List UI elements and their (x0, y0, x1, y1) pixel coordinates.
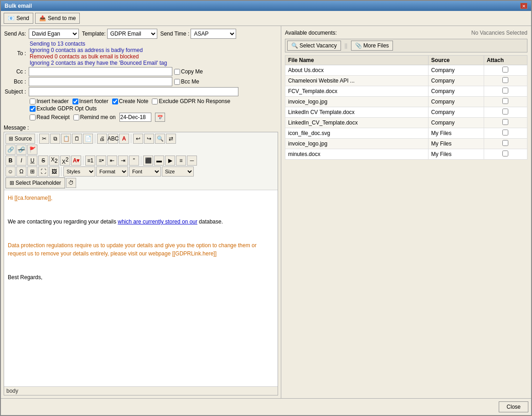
clock-button[interactable]: ⏱ (66, 178, 76, 188)
justify-button[interactable]: ≡ (176, 156, 186, 166)
underline-button[interactable]: U (27, 156, 37, 166)
main-toolbar: 📧 Send 📤 Send to me (1, 11, 531, 26)
cut-button[interactable]: ✂ (39, 134, 49, 144)
send-time-select[interactable]: ASAP (191, 29, 236, 39)
omega-button[interactable]: Ω (16, 166, 26, 177)
undo-button[interactable]: ↩ (133, 134, 143, 144)
source-button[interactable]: ⊞ Source (5, 134, 35, 144)
redo-button[interactable]: ↪ (144, 134, 154, 144)
flag-button[interactable]: 🚩 (27, 145, 37, 155)
select-vacancy-button[interactable]: 🔍 Select Vacancy (287, 41, 341, 51)
ol-button[interactable]: ≡1 (85, 156, 95, 166)
find-button[interactable]: 🔍 (155, 134, 165, 144)
file-attach-cell (484, 149, 527, 160)
size-select[interactable]: Size (162, 166, 194, 177)
copy-icon: ⧉ (53, 135, 57, 142)
attach-checkbox-4[interactable] (502, 109, 508, 114)
blockquote-button[interactable]: " (129, 156, 139, 166)
align-right-icon: ▶ (168, 157, 172, 164)
attach-checkbox-0[interactable] (502, 67, 508, 73)
bcc-input[interactable] (29, 77, 172, 86)
replace-button[interactable]: ⇄ (166, 134, 176, 144)
email-line-5: Data protection regulations require us t… (8, 241, 274, 258)
table-button[interactable]: ⊞ (27, 166, 37, 177)
decrease-indent-button[interactable]: ⇤ (107, 156, 117, 166)
send-to-me-button[interactable]: 📤 Send to me (35, 13, 80, 24)
styles-select[interactable]: Styles (63, 166, 95, 177)
copy-button[interactable]: ⧉ (50, 134, 60, 144)
cc-input[interactable] (29, 67, 172, 76)
window-title: Bulk email (5, 3, 32, 9)
message-label: Message : (4, 125, 278, 131)
exclude-gdpr-opt-checkbox[interactable] (30, 106, 36, 112)
paste-button[interactable]: 📋 (61, 134, 71, 144)
send-button[interactable]: 📧 Send (4, 13, 33, 24)
attach-checkbox-8[interactable] (502, 151, 508, 156)
table-icon: ⊞ (30, 168, 35, 175)
strikethrough-button[interactable]: S (38, 156, 48, 166)
send-as-select[interactable]: David Egan (29, 29, 79, 39)
bcc-me-checkbox[interactable] (174, 79, 180, 85)
available-docs-header: Available documents: No Vacancies Select… (285, 30, 527, 36)
subscript-button[interactable]: X2 (49, 156, 59, 166)
text-color-button[interactable]: A▾ (71, 156, 81, 166)
create-note-checkbox[interactable] (112, 99, 118, 104)
horizontal-rule-button[interactable]: ─ (187, 156, 197, 166)
superscript-button[interactable]: X2 (60, 156, 70, 166)
expand-button[interactable]: ⛶ (38, 166, 48, 177)
read-receipt-checkbox[interactable] (30, 114, 36, 120)
calendar-button[interactable]: 📅 (155, 113, 165, 122)
increase-indent-button[interactable]: ⇥ (118, 156, 128, 166)
more-files-button[interactable]: 📎 More Files (351, 41, 393, 51)
unlink-button[interactable]: 🔗 (16, 145, 26, 155)
exclude-gdpr-checkbox[interactable] (152, 99, 158, 104)
attach-checkbox-5[interactable] (502, 119, 508, 125)
close-button[interactable]: Close (499, 401, 528, 412)
emoji-icon: ☺ (8, 168, 13, 175)
replace-icon: ⇄ (169, 135, 173, 142)
insert-header-checkbox[interactable] (30, 99, 36, 104)
paste-plain-button[interactable]: 🗒 (72, 134, 82, 144)
file-source-cell: Company (428, 65, 484, 76)
bold-icon: B (9, 157, 13, 164)
format-select[interactable]: Format (96, 166, 128, 177)
print-button[interactable]: 🖨 (97, 134, 107, 144)
attach-checkbox-6[interactable] (502, 130, 508, 135)
table-row: LinkedIn CV Template.docx Company (285, 107, 527, 118)
ul-button[interactable]: ≡• (96, 156, 106, 166)
font-color-button[interactable]: A (119, 134, 129, 144)
file-attach-cell (484, 97, 527, 107)
attach-checkbox-3[interactable] (502, 98, 508, 104)
attach-checkbox-2[interactable] (502, 88, 508, 94)
file-name-cell: Chameleoni Website API ... (285, 76, 429, 86)
col-source: Source (428, 56, 484, 65)
file-name-cell: invoice_logo.jpg (285, 139, 429, 149)
link-button[interactable]: 🔗 (5, 145, 15, 155)
window-close-button[interactable]: ✕ (520, 3, 527, 9)
table-row: FCV_Template.docx Company (285, 86, 527, 97)
attach-checkbox-7[interactable] (502, 140, 508, 146)
paste-word-button[interactable]: 📄 (83, 134, 93, 144)
insert-footer-checkbox[interactable] (72, 99, 78, 104)
copy-me-checkbox[interactable] (174, 69, 180, 75)
cc-row: Cc : Copy Me (4, 67, 278, 76)
bold-button[interactable]: B (5, 156, 15, 166)
strikethrough-icon: S (41, 157, 45, 164)
align-center-button[interactable]: ▬ (154, 156, 164, 166)
align-right-button[interactable]: ▶ (165, 156, 175, 166)
emoji-button[interactable]: ☺ (5, 166, 15, 177)
select-placeholder-button[interactable]: ⊞ Select Placeholder (5, 177, 65, 188)
editor-body[interactable]: Hi [[ca.forename]], We are contacting yo… (4, 190, 278, 386)
align-left-button[interactable]: ⬛ (143, 156, 153, 166)
remind-date-input[interactable] (119, 113, 151, 122)
spellcheck-button[interactable]: ABC (108, 134, 118, 144)
image-button[interactable]: 🖼 (49, 166, 59, 177)
attach-checkbox-1[interactable] (502, 77, 508, 83)
font-select[interactable]: Font (129, 166, 161, 177)
template-select[interactable]: GDPR Email (107, 29, 157, 39)
italic-button[interactable]: I (16, 156, 26, 166)
subject-input[interactable]: Updating your contact details held by [[… (29, 87, 238, 96)
remind-me-checkbox[interactable] (73, 114, 79, 120)
more-files-icon: 📎 (355, 42, 362, 49)
send-as-row: Send As: David Egan Template: GDPR Email… (4, 29, 278, 39)
